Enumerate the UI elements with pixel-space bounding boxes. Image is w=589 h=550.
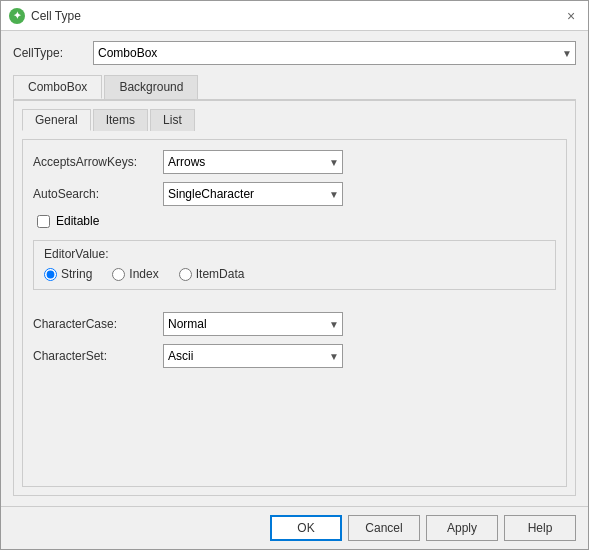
apply-button[interactable]: Apply <box>426 515 498 541</box>
radio-row: String Index ItemData <box>44 267 545 281</box>
character-case-select[interactable]: Normal Upper Lower <box>163 312 343 336</box>
cell-type-window: ✦ Cell Type × CellType: ComboBox TextBox… <box>0 0 589 550</box>
celltype-select[interactable]: ComboBox TextBox CheckBox DateTimePicker <box>93 41 576 65</box>
footer: OK Cancel Apply Help <box>1 506 588 549</box>
character-set-select-wrapper: Ascii Unicode Any ▼ <box>163 344 343 368</box>
character-case-select-wrapper: Normal Upper Lower ▼ <box>163 312 343 336</box>
title-bar: ✦ Cell Type × <box>1 1 588 31</box>
character-set-select[interactable]: Ascii Unicode Any <box>163 344 343 368</box>
radio-itemdata-label[interactable]: ItemData <box>196 267 245 281</box>
help-button[interactable]: Help <box>504 515 576 541</box>
tab-items[interactable]: Items <box>93 109 148 131</box>
editor-value-group: EditorValue: String Index ItemData <box>33 240 556 290</box>
outer-tab-bar: ComboBox Background <box>13 75 576 100</box>
auto-search-select-wrapper: SingleCharacter None MultiCharacter ▼ <box>163 182 343 206</box>
celltype-select-wrapper: ComboBox TextBox CheckBox DateTimePicker… <box>93 41 576 65</box>
tab-general[interactable]: General <box>22 109 91 131</box>
auto-search-select[interactable]: SingleCharacter None MultiCharacter <box>163 182 343 206</box>
radio-string-item: String <box>44 267 92 281</box>
accepts-arrow-keys-label: AcceptsArrowKeys: <box>33 155 163 169</box>
accepts-arrow-keys-select-wrapper: Arrows None Both ▼ <box>163 150 343 174</box>
tab-list[interactable]: List <box>150 109 195 131</box>
inner-panel: General Items List AcceptsArrowKeys: Arr… <box>13 100 576 496</box>
radio-itemdata-item: ItemData <box>179 267 245 281</box>
character-set-label: CharacterSet: <box>33 349 163 363</box>
character-case-row: CharacterCase: Normal Upper Lower ▼ <box>33 312 556 336</box>
auto-search-row: AutoSearch: SingleCharacter None MultiCh… <box>33 182 556 206</box>
radio-itemdata[interactable] <box>179 268 192 281</box>
radio-string[interactable] <box>44 268 57 281</box>
celltype-label: CellType: <box>13 46 93 60</box>
radio-index-label[interactable]: Index <box>129 267 158 281</box>
content-area: CellType: ComboBox TextBox CheckBox Date… <box>1 31 588 506</box>
close-button[interactable]: × <box>562 7 580 25</box>
auto-search-label: AutoSearch: <box>33 187 163 201</box>
celltype-row: CellType: ComboBox TextBox CheckBox Date… <box>13 41 576 65</box>
accepts-arrow-keys-row: AcceptsArrowKeys: Arrows None Both ▼ <box>33 150 556 174</box>
editor-value-label: EditorValue: <box>44 247 545 261</box>
character-set-row: CharacterSet: Ascii Unicode Any ▼ <box>33 344 556 368</box>
window-title: Cell Type <box>31 9 81 23</box>
cancel-button[interactable]: Cancel <box>348 515 420 541</box>
radio-index[interactable] <box>112 268 125 281</box>
title-bar-left: ✦ Cell Type <box>9 8 81 24</box>
editable-label[interactable]: Editable <box>56 214 99 228</box>
inner-tab-bar: General Items List <box>22 109 567 131</box>
editable-checkbox[interactable] <box>37 215 50 228</box>
tab-background[interactable]: Background <box>104 75 198 99</box>
tab-combobox[interactable]: ComboBox <box>13 75 102 99</box>
radio-string-label[interactable]: String <box>61 267 92 281</box>
editable-checkbox-row: Editable <box>37 214 556 228</box>
window-icon: ✦ <box>9 8 25 24</box>
accepts-arrow-keys-select[interactable]: Arrows None Both <box>163 150 343 174</box>
character-case-label: CharacterCase: <box>33 317 163 331</box>
radio-index-item: Index <box>112 267 158 281</box>
general-tab-content: AcceptsArrowKeys: Arrows None Both ▼ Aut… <box>22 139 567 487</box>
ok-button[interactable]: OK <box>270 515 342 541</box>
